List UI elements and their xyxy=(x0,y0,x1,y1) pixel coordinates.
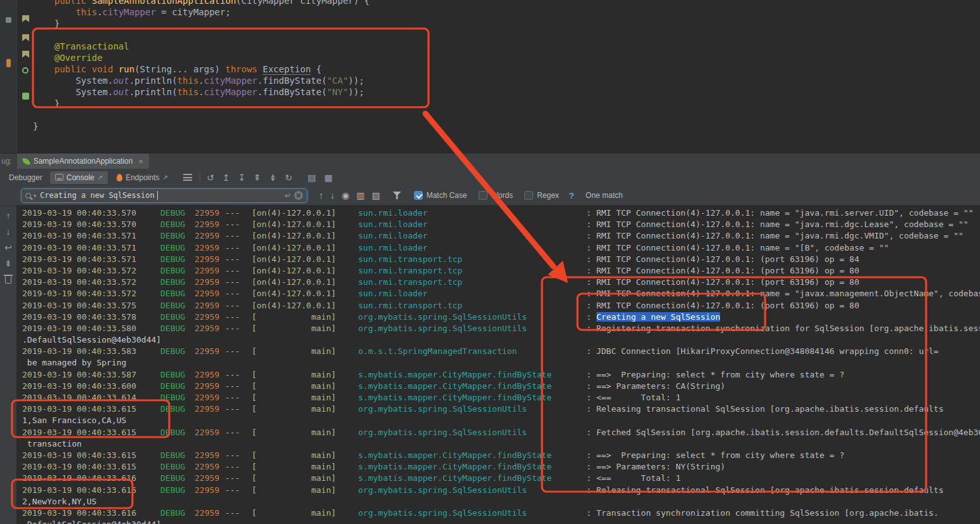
log-logger: sun.rmi.transport.tcp xyxy=(358,300,586,311)
wrapped-line: transaction xyxy=(22,438,980,450)
checkbox-icon[interactable] xyxy=(414,191,423,200)
soft-wrap-icon[interactable]: ↩ xyxy=(4,242,12,252)
log-thread: [on(4)-127.0.0.1] xyxy=(252,277,358,288)
log-timestamp: 2019-03-19 00:40:33.587 xyxy=(22,369,160,381)
code-token: System. xyxy=(33,87,113,97)
console-toolbar: ↑↓↩⇟ xyxy=(0,206,16,524)
bookmark-icon[interactable] xyxy=(22,34,29,41)
code-token: public void xyxy=(55,64,119,74)
code-token: cityMapper xyxy=(204,87,257,97)
tab-debugger[interactable]: Debugger xyxy=(5,171,46,184)
debug-tab-bar: ug: SampleAnnotationApplication × xyxy=(0,153,980,169)
tab-console[interactable]: Console ↗ xyxy=(50,171,108,184)
log-line: 2019-03-19 00:40:33.615DEBUG22959---[ ma… xyxy=(22,403,980,415)
log-message: : ==> Parameters: NY(String) xyxy=(586,461,725,473)
log-separator: --- xyxy=(225,300,252,311)
log-separator: --- xyxy=(225,346,252,357)
bean-marker-icon[interactable] xyxy=(22,93,29,100)
bookmark-icon[interactable] xyxy=(22,15,29,22)
rerun-icon[interactable]: ↺ xyxy=(207,173,214,183)
code-token: SampleAnnotationApplication xyxy=(92,0,236,6)
log-logger: s.mybatis.mapper.CityMapper.findByState xyxy=(358,450,586,461)
debug-window-label: ug: xyxy=(1,157,12,166)
search-option-match-case[interactable]: Match Case xyxy=(414,191,467,200)
tab-sample-annotation-application[interactable]: SampleAnnotationApplication × xyxy=(17,154,149,169)
stripe-breakpoint-icon[interactable] xyxy=(6,59,11,67)
log-level: DEBUG xyxy=(160,265,195,277)
next-occurrence-icon[interactable]: ↓ xyxy=(330,190,335,200)
search-input[interactable]: ▾ Creating a new SqlSession ↵ xyxy=(21,188,307,203)
log-pid: 22959 xyxy=(195,288,225,299)
log-message: : ==> Preparing: select * from city wher… xyxy=(586,450,844,461)
log-level: DEBUG xyxy=(160,473,195,484)
tab-endpoints[interactable]: Endpoints ↗ xyxy=(112,171,173,184)
log-pid: 22959 xyxy=(195,265,225,277)
log-level: DEBUG xyxy=(160,254,195,265)
stripe-marker-icon[interactable] xyxy=(6,17,11,23)
help-icon[interactable]: ? xyxy=(569,191,574,200)
log-timestamp: 2019-03-19 00:40:33.615 xyxy=(22,403,160,415)
search-icon[interactable] xyxy=(25,193,31,199)
log-separator: --- xyxy=(225,508,252,519)
console-log[interactable]: 2019-03-19 00:40:33.570DEBUG22959---[on(… xyxy=(16,206,980,524)
code-token: . xyxy=(198,75,203,86)
layout-settings-icon[interactable] xyxy=(183,174,192,181)
log-line: 2019-03-19 00:40:33.578DEBUG22959---[ ma… xyxy=(22,311,980,323)
refresh-icon[interactable]: ↻ xyxy=(285,173,293,183)
code-token: Exception xyxy=(262,64,311,75)
page-up-icon[interactable]: ⇞ xyxy=(254,173,261,183)
grid-view-icon[interactable]: ▦ xyxy=(325,173,333,183)
highlight-all-icon[interactable]: ◉ xyxy=(342,190,349,200)
log-logger: s.mybatis.mapper.CityMapper.findByState xyxy=(358,381,586,392)
log-pid: 22959 xyxy=(195,403,225,415)
scroll-up-icon[interactable]: ↥ xyxy=(222,173,230,183)
checkbox-icon[interactable] xyxy=(524,191,533,200)
scroll-down-icon[interactable]: ↧ xyxy=(238,173,245,183)
wrapped-line: be managed by Spring xyxy=(22,357,980,369)
jump-to-source-icon: ↗ xyxy=(98,174,103,181)
log-timestamp: 2019-03-19 00:40:33.616 xyxy=(22,473,160,484)
code-token: @Override xyxy=(55,53,103,63)
search-option-words[interactable]: Words xyxy=(479,191,513,200)
code-token: . xyxy=(97,7,102,17)
previous-occurrence-icon[interactable]: ↑ xyxy=(319,190,323,200)
log-thread: [ main] xyxy=(252,369,358,381)
code-token: )); xyxy=(348,75,364,86)
log-pid: 22959 xyxy=(195,230,225,242)
toolbar-icons-secondary: ▤▦ xyxy=(307,173,332,183)
editor-code[interactable]: public SampleAnnotationApplication(CityM… xyxy=(33,0,370,132)
log-timestamp: 2019-03-19 00:40:33.580 xyxy=(22,323,160,334)
text-caret xyxy=(157,191,158,200)
up-stack-trace-icon[interactable]: ↑ xyxy=(6,211,11,221)
log-thread: [on(4)-127.0.0.1] xyxy=(252,242,358,254)
code-token: cityMapper xyxy=(103,7,156,17)
log-pid: 22959 xyxy=(195,381,225,392)
close-tab-icon[interactable]: × xyxy=(138,157,143,166)
bookmark-icon[interactable] xyxy=(22,51,29,58)
page-down-icon[interactable]: ⇟ xyxy=(269,173,277,183)
override-marker-icon[interactable] xyxy=(22,67,29,74)
code-token: . xyxy=(198,87,203,97)
editor-pane[interactable]: public SampleAnnotationApplication(CityM… xyxy=(0,0,980,153)
table-view-icon[interactable]: ▤ xyxy=(307,173,316,183)
code-token: = cityMapper; xyxy=(156,7,231,17)
clear-search-icon[interactable] xyxy=(294,191,303,200)
search-option-regex[interactable]: Regex xyxy=(524,191,559,200)
log-separator: --- xyxy=(225,461,252,473)
code-line: @Override xyxy=(33,52,370,63)
down-stack-trace-icon[interactable]: ↓ xyxy=(6,226,11,237)
log-level: DEBUG xyxy=(160,392,195,403)
clear-all-icon[interactable] xyxy=(5,274,11,284)
log-message: : RMI TCP Connection(4)-127.0.0.1: name … xyxy=(586,288,980,299)
add-occurrence-icon[interactable]: ▥ xyxy=(356,190,364,200)
log-message: : <== Total: 1 xyxy=(586,392,681,403)
scroll-to-end-icon[interactable]: ⇟ xyxy=(4,258,12,268)
stdout-line: 2,NewYork,NY,US xyxy=(22,496,980,508)
log-thread: [ main] xyxy=(252,323,358,334)
code-token xyxy=(33,53,55,63)
select-all-occurrences-icon[interactable]: ▨ xyxy=(371,190,380,200)
search-history-arrow-icon[interactable]: ▾ xyxy=(34,193,36,199)
checkbox-icon[interactable] xyxy=(479,191,487,200)
log-level: DEBUG xyxy=(160,207,195,219)
filter-results-icon[interactable] xyxy=(393,192,401,199)
